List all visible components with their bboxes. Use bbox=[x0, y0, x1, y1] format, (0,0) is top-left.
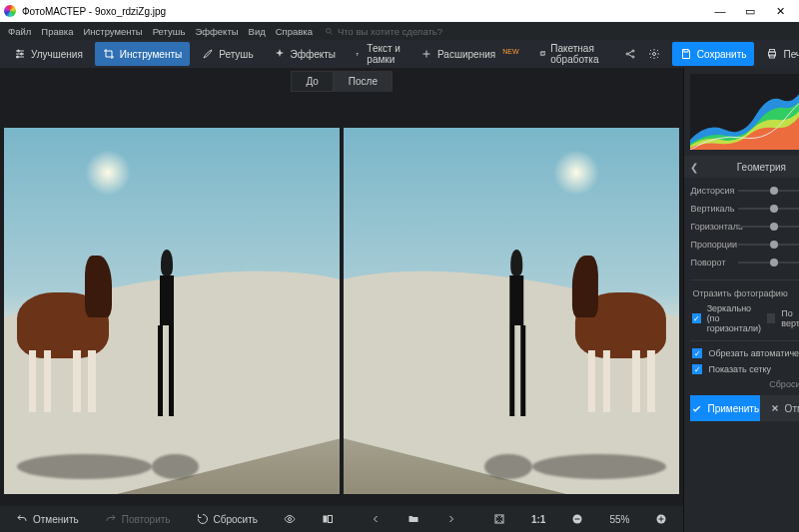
checkbox-flip-v[interactable]: ✓ bbox=[767, 313, 775, 323]
menu-search[interactable]: Что вы хотите сделать? bbox=[325, 26, 442, 37]
slider-rotate[interactable]: Поворот0,0° bbox=[690, 254, 799, 271]
menu-tools[interactable]: Инструменты bbox=[83, 26, 142, 37]
svg-point-15 bbox=[632, 56, 634, 58]
menu-edit[interactable]: Правка bbox=[41, 26, 73, 37]
brush-icon bbox=[202, 48, 214, 60]
chevron-right-icon bbox=[445, 513, 457, 525]
stack-icon bbox=[539, 48, 546, 60]
svg-rect-21 bbox=[770, 50, 775, 53]
sliders-icon bbox=[14, 48, 26, 60]
close-button[interactable]: ✕ bbox=[765, 5, 795, 18]
svg-text:T: T bbox=[357, 52, 360, 57]
save-button[interactable]: Сохранить bbox=[672, 42, 755, 66]
panel-header: ❮ Геометрия ? bbox=[684, 156, 799, 178]
folder-icon bbox=[407, 513, 419, 525]
right-panel: ❮ Геометрия ? Дисторсия0 Вертикаль0 Гори… bbox=[683, 68, 799, 532]
zoom-in-button[interactable] bbox=[647, 509, 675, 529]
plus-icon bbox=[420, 48, 432, 60]
svg-rect-31 bbox=[661, 517, 662, 522]
tab-before[interactable]: До bbox=[291, 71, 333, 92]
window-title: ФотоМАСТЕР - 9oxo_rdziZg.jpg bbox=[22, 6, 705, 17]
svg-point-6 bbox=[21, 53, 23, 55]
menu-view[interactable]: Вид bbox=[249, 26, 266, 37]
reset-all-link[interactable]: Сбросить все bbox=[684, 377, 799, 391]
share-button[interactable] bbox=[620, 42, 640, 66]
undo-button[interactable]: Отменить bbox=[8, 509, 87, 529]
minus-circle-icon bbox=[571, 513, 583, 525]
sliders-group: Дисторсия0 Вертикаль0 Горизонталь0 Пропо… bbox=[684, 178, 799, 275]
redo-button[interactable]: Повторить bbox=[97, 509, 179, 529]
menu-retouch[interactable]: Ретушь bbox=[153, 26, 186, 37]
cancel-button[interactable]: Отмена bbox=[760, 395, 799, 421]
svg-rect-28 bbox=[575, 519, 580, 520]
prev-image-button[interactable] bbox=[362, 509, 390, 529]
slider-horizontal[interactable]: Горизонталь0 bbox=[690, 218, 799, 236]
tab-text[interactable]: T Текст и рамки bbox=[348, 42, 408, 66]
eye-icon bbox=[284, 513, 296, 525]
check-icon bbox=[691, 403, 702, 414]
svg-rect-19 bbox=[684, 50, 688, 53]
svg-point-13 bbox=[626, 53, 628, 55]
checkbox-show-grid[interactable]: ✓ bbox=[692, 364, 702, 374]
svg-rect-25 bbox=[328, 516, 332, 523]
svg-point-7 bbox=[17, 56, 19, 58]
sparkle-icon bbox=[274, 48, 286, 60]
browse-button[interactable] bbox=[400, 509, 427, 529]
svg-point-0 bbox=[327, 28, 332, 33]
before-pane bbox=[4, 128, 340, 494]
crop-icon bbox=[103, 48, 115, 60]
save-icon bbox=[680, 48, 692, 60]
undo-icon bbox=[16, 513, 28, 525]
zoom-out-button[interactable] bbox=[563, 509, 591, 529]
checkbox-auto-crop[interactable]: ✓ bbox=[692, 348, 702, 358]
share-icon bbox=[624, 48, 636, 60]
panel-back-button[interactable]: ❮ bbox=[690, 162, 698, 173]
minimize-button[interactable]: — bbox=[705, 5, 735, 17]
zoom-ratio[interactable]: 1:1 bbox=[523, 509, 553, 529]
tab-batch[interactable]: Пакетная обработка bbox=[531, 42, 612, 66]
histogram bbox=[690, 74, 799, 150]
maximize-button[interactable]: ▭ bbox=[735, 5, 765, 18]
tab-enhance[interactable]: Улучшения bbox=[6, 42, 91, 66]
settings-button[interactable] bbox=[644, 42, 664, 66]
text-icon: T bbox=[356, 48, 362, 60]
svg-line-17 bbox=[628, 55, 632, 57]
tab-effects[interactable]: Эффекты bbox=[266, 42, 344, 66]
svg-line-1 bbox=[331, 32, 333, 34]
reset-button[interactable]: Сбросить bbox=[189, 509, 266, 529]
slider-vertical[interactable]: Вертикаль0 bbox=[690, 200, 799, 218]
fit-button[interactable] bbox=[485, 509, 513, 529]
tab-tools[interactable]: Инструменты bbox=[95, 42, 190, 66]
menu-help[interactable]: Справка bbox=[276, 26, 313, 37]
menu-bar: Файл Правка Инструменты Ретушь Эффекты В… bbox=[0, 22, 799, 40]
before-after-tabs: До После bbox=[0, 68, 683, 92]
new-badge: NEW bbox=[502, 48, 518, 55]
search-placeholder: Что вы хотите сделать? bbox=[338, 26, 442, 37]
next-image-button[interactable] bbox=[437, 509, 465, 529]
app-logo-icon bbox=[4, 5, 16, 17]
plus-circle-icon bbox=[655, 513, 667, 525]
compare-button[interactable] bbox=[314, 509, 342, 529]
after-pane bbox=[344, 128, 679, 494]
svg-point-18 bbox=[652, 53, 655, 56]
checkbox-flip-h[interactable]: ✓ bbox=[692, 313, 700, 323]
image-viewer bbox=[0, 92, 683, 506]
gear-icon bbox=[648, 48, 660, 60]
chevron-left-icon bbox=[370, 513, 382, 525]
menu-effects[interactable]: Эффекты bbox=[195, 26, 238, 37]
svg-rect-24 bbox=[323, 516, 327, 523]
reset-icon bbox=[197, 513, 209, 525]
svg-line-16 bbox=[628, 52, 632, 54]
apply-button[interactable]: Применить bbox=[690, 395, 760, 421]
menu-file[interactable]: Файл bbox=[8, 26, 31, 37]
search-icon bbox=[325, 27, 334, 36]
print-button[interactable]: Печать bbox=[758, 42, 799, 66]
slider-proportions[interactable]: Пропорции0 bbox=[690, 236, 799, 254]
slider-distortion[interactable]: Дисторсия0 bbox=[690, 182, 799, 200]
bottom-bar: Отменить Повторить Сбросить bbox=[0, 506, 683, 532]
tab-retouch[interactable]: Ретушь bbox=[194, 42, 261, 66]
print-icon bbox=[766, 48, 778, 60]
eye-button[interactable] bbox=[276, 509, 304, 529]
tab-extensions[interactable]: Расширения NEW bbox=[412, 42, 527, 66]
tab-after[interactable]: После bbox=[334, 71, 393, 92]
